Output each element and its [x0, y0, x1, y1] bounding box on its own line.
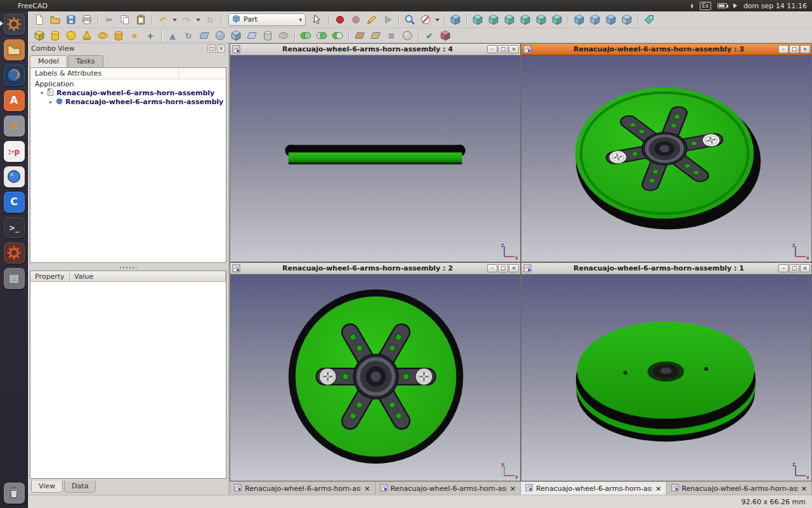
- view-isometric-button[interactable]: [448, 13, 463, 27]
- wheel[interactable]: [285, 145, 465, 164]
- 3d-viewport[interactable]: xy: [230, 274, 520, 481]
- view-front-button[interactable]: [470, 13, 485, 27]
- close-tab-icon[interactable]: ×: [801, 485, 807, 493]
- viewport-titlebar[interactable]: Renacuajo-wheel-6-arms-horn-assembly : 3…: [521, 44, 811, 55]
- mdi-tab-1[interactable]: Renacuajo-wheel-6-arms-horn-assembly : 1…: [230, 482, 376, 495]
- mirror-button[interactable]: [197, 29, 212, 43]
- boolean-common-button[interactable]: [314, 29, 329, 43]
- loft-button[interactable]: [260, 29, 275, 43]
- viewport-titlebar[interactable]: Renacuajo-wheel-6-arms-horn-assembly : 4…: [230, 44, 520, 55]
- wheel[interactable]: [289, 290, 463, 464]
- launcher-trash[interactable]: [0, 480, 28, 505]
- clock[interactable]: dom sep 14 11:16: [743, 2, 807, 10]
- wheel[interactable]: [575, 88, 761, 230]
- check-geometry-button[interactable]: ✔: [422, 29, 437, 43]
- expander-closed-icon[interactable]: ▸: [48, 99, 53, 105]
- launcher-messenger[interactable]: :-p: [0, 138, 28, 164]
- battery-icon[interactable]: [717, 3, 727, 8]
- 3d-viewport[interactable]: yz: [521, 274, 811, 481]
- paste-button[interactable]: [133, 13, 148, 27]
- offset-button[interactable]: ≡: [384, 29, 399, 43]
- minimize-button[interactable]: –: [487, 264, 497, 272]
- viewport-titlebar[interactable]: Renacuajo-wheel-6-arms-horn-assembly : 2…: [230, 263, 520, 274]
- panel-close-button[interactable]: ×: [217, 44, 225, 53]
- panel-float-button[interactable]: □: [207, 44, 216, 53]
- view-left-button[interactable]: [549, 13, 565, 27]
- view-right-button[interactable]: [502, 13, 517, 27]
- copy-button[interactable]: [117, 13, 133, 27]
- mdi-tab-4[interactable]: Renacuajo-wheel-6-arms-horn-assembly : 4…: [667, 482, 812, 495]
- mdi-tab-3[interactable]: Renacuajo-wheel-6-arms-horn-assembly : 3…: [521, 482, 667, 495]
- part-torus-button[interactable]: [95, 29, 110, 43]
- viewport-titlebar[interactable]: Renacuajo-wheel-6-arms-horn-assembly : 1…: [521, 263, 811, 274]
- print-button[interactable]: [79, 13, 95, 27]
- restore-button[interactable]: □: [498, 45, 508, 53]
- launcher-app-c[interactable]: C: [0, 189, 28, 215]
- view-bottom-button[interactable]: [534, 13, 549, 27]
- tab-model[interactable]: Model: [30, 55, 67, 67]
- launcher-amazon[interactable]: a: [0, 113, 28, 138]
- launcher-terminal[interactable]: >_: [0, 215, 28, 240]
- view-rear-button[interactable]: [518, 13, 533, 27]
- launcher-software-center[interactable]: A: [0, 88, 28, 113]
- network-icon[interactable]: ▲▼: [691, 3, 693, 8]
- save-button[interactable]: [63, 13, 79, 27]
- whats-this-button[interactable]: [310, 13, 325, 27]
- part-box-button[interactable]: [32, 29, 47, 43]
- launcher-freecad[interactable]: [0, 11, 28, 37]
- launcher-settings[interactable]: [0, 240, 28, 265]
- tree-item-part[interactable]: ▸ Renacuajo-wheel-6-arms-horn-assembly: [30, 98, 226, 106]
- ruled-surface-button[interactable]: [244, 29, 259, 43]
- fillet-button[interactable]: [213, 29, 228, 43]
- view-top-button[interactable]: [486, 13, 501, 27]
- part-tube-button[interactable]: [111, 29, 126, 43]
- close-button[interactable]: ×: [509, 264, 519, 272]
- volume-icon[interactable]: [733, 3, 737, 8]
- mdi-tab-2[interactable]: Renacuajo-wheel-6-arms-horn-assembly : 2…: [376, 482, 521, 495]
- stereo-view-button[interactable]: [587, 13, 603, 27]
- close-tab-icon[interactable]: ×: [364, 485, 370, 493]
- boolean-union-button[interactable]: [298, 29, 313, 43]
- macro-execute-button[interactable]: [380, 13, 395, 27]
- launcher-firefox[interactable]: [0, 62, 28, 88]
- shape-builder-button[interactable]: +: [143, 29, 158, 43]
- macro-edit-button[interactable]: [364, 13, 379, 27]
- tab-data[interactable]: Data: [64, 481, 96, 493]
- chamfer-button[interactable]: [228, 29, 244, 43]
- restore-button[interactable]: □: [789, 264, 799, 272]
- tab-view[interactable]: View: [31, 481, 63, 493]
- undo-dropdown-button[interactable]: [171, 13, 178, 27]
- measure-distance-button[interactable]: [572, 13, 587, 27]
- thickness-button[interactable]: [400, 29, 415, 43]
- minimize-button[interactable]: –: [778, 45, 789, 53]
- close-button[interactable]: ×: [509, 45, 519, 53]
- cross-sections-button[interactable]: [368, 29, 383, 43]
- workbench-selector[interactable]: Part ▾: [228, 13, 306, 26]
- close-tab-icon[interactable]: ×: [510, 485, 516, 493]
- close-button[interactable]: ×: [800, 264, 810, 272]
- minimize-button[interactable]: –: [487, 45, 497, 53]
- zoom-box-button[interactable]: [603, 13, 619, 27]
- fullscreen-view-button[interactable]: [619, 13, 634, 27]
- restore-button[interactable]: □: [789, 45, 799, 53]
- extrude-button[interactable]: ▲: [165, 29, 180, 43]
- new-document-button[interactable]: [32, 13, 47, 27]
- close-tab-icon[interactable]: ×: [655, 485, 661, 493]
- draw-style-button[interactable]: [418, 13, 433, 27]
- restore-button[interactable]: □: [498, 264, 508, 272]
- migrate-shape-button[interactable]: [438, 29, 453, 43]
- wheel[interactable]: [576, 322, 756, 442]
- sweep-button[interactable]: [276, 29, 291, 43]
- expander-open-icon[interactable]: ▾: [39, 90, 44, 96]
- tab-tasks[interactable]: Tasks: [68, 55, 103, 67]
- part-cone-button[interactable]: [79, 29, 95, 43]
- part-cylinder-button[interactable]: [48, 29, 63, 43]
- close-button[interactable]: ×: [800, 45, 810, 53]
- boolean-cut-button[interactable]: [330, 29, 345, 43]
- open-button[interactable]: [48, 13, 63, 27]
- revolve-button[interactable]: ↻: [181, 29, 196, 43]
- part-sphere-button[interactable]: [63, 29, 79, 43]
- macro-record-button[interactable]: [332, 13, 348, 27]
- keyboard-indicator[interactable]: Es: [700, 2, 711, 10]
- undo-button[interactable]: ↶: [155, 13, 171, 27]
